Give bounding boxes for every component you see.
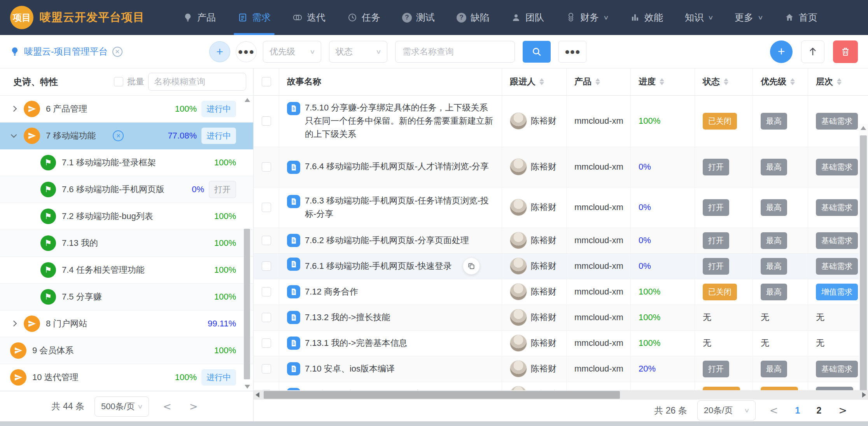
status-select[interactable]: 状态 ∨ xyxy=(329,41,387,63)
scroll-left-icon[interactable] xyxy=(256,392,259,398)
add-filter-button[interactable]: + xyxy=(209,41,230,62)
row-checkbox[interactable] xyxy=(262,338,271,348)
epic-search-input[interactable] xyxy=(148,73,246,91)
select-all-checkbox[interactable] xyxy=(262,77,271,86)
table-row[interactable]: 7.10 安卓、ios版本编译 陈裕财 mmcloud-xm 20% 打开 最高… xyxy=(254,356,868,382)
tree-item-epic-8[interactable]: 8 门户网站 99.11% xyxy=(0,310,253,337)
table-row[interactable]: 7.6.2 移动端功能-手机网页版-分享页面处理 陈裕财 mmcloud-xm … xyxy=(254,228,868,254)
sort-icon[interactable] xyxy=(724,78,728,85)
scrollbar-thumb[interactable] xyxy=(264,391,620,399)
nav-item-home[interactable]: 首页 xyxy=(774,0,828,35)
table-row[interactable]: 7.9 通讯录选人时，不显示用户编号，只显示用 陈裕财 xyxy=(254,382,868,390)
nav-item-tasks[interactable]: 任务 xyxy=(336,0,391,35)
row-checkbox[interactable] xyxy=(262,236,271,245)
row-checkbox[interactable] xyxy=(262,313,271,322)
scroll-down-icon[interactable] xyxy=(245,385,250,389)
nav-item-test[interactable]: ? 测试 xyxy=(391,0,446,35)
nav-item-iteration[interactable]: 迭代 xyxy=(282,0,336,35)
prev-page-button[interactable]: < xyxy=(766,405,782,416)
scrollbar-thumb[interactable] xyxy=(860,135,867,390)
table-row[interactable]: 7.6.4 移动端功能-手机网页版-人才详情浏览-分享 陈裕财 mmcloud-… xyxy=(254,147,868,188)
row-checkbox[interactable] xyxy=(262,261,271,271)
page-size-select[interactable]: 20条/页 ∨ xyxy=(697,400,756,421)
tree-item-epic-6[interactable]: 6 产品管理 100% 进行中 xyxy=(0,96,253,123)
prev-page-button[interactable]: < xyxy=(159,401,175,412)
more-options-button[interactable]: ●●● xyxy=(236,41,257,62)
row-checkbox[interactable] xyxy=(262,203,271,212)
copy-icon[interactable] xyxy=(463,258,480,275)
nav-item-defects[interactable]: ? 缺陷 xyxy=(446,0,500,35)
sort-icon[interactable] xyxy=(660,78,664,85)
row-checkbox[interactable] xyxy=(262,162,271,172)
clear-filter-icon[interactable]: ✕ xyxy=(113,130,124,141)
tree-item-feature-7-1[interactable]: ⚑ 7.1 移动端功能-登录框架 100% xyxy=(0,149,253,176)
delete-button[interactable] xyxy=(833,40,858,63)
add-story-button[interactable]: + xyxy=(770,40,793,63)
table-vertical-scrollbar[interactable] xyxy=(859,124,868,390)
close-icon[interactable]: ✕ xyxy=(112,47,122,57)
story-title[interactable]: 7.12 商务合作 xyxy=(305,285,358,298)
story-title[interactable]: 7.13.2 我的->擅长技能 xyxy=(305,311,390,324)
nav-item-more[interactable]: 更多 ∨ xyxy=(724,0,774,35)
next-page-button[interactable]: > xyxy=(835,405,851,416)
chevron-down-icon[interactable] xyxy=(11,132,17,138)
batch-checkbox[interactable] xyxy=(114,77,123,86)
nav-item-performance[interactable]: 效能 xyxy=(619,0,674,35)
breadcrumb-label[interactable]: 唛盟云-项目管理平台 xyxy=(24,46,108,58)
search-button[interactable] xyxy=(523,41,551,63)
tree-scrollbar[interactable] xyxy=(243,96,251,390)
nav-item-team[interactable]: 团队 xyxy=(500,0,555,35)
row-checkbox[interactable] xyxy=(262,287,271,296)
story-title[interactable]: 7.10 安卓、ios版本编译 xyxy=(305,362,395,375)
nav-item-finance[interactable]: 财务 ∨ xyxy=(555,0,619,35)
story-title[interactable]: 7.6.4 移动端功能-手机网页版-人才详情浏览-分享 xyxy=(305,160,489,173)
export-button[interactable] xyxy=(801,40,824,63)
col-owner[interactable]: 跟进人 xyxy=(502,68,567,95)
next-page-button[interactable]: > xyxy=(186,401,202,412)
tree-item-feature-7-2[interactable]: ⚑ 7.2 移动端功能-bug列表 100% xyxy=(0,203,253,230)
col-priority[interactable]: 优先级 xyxy=(753,68,808,95)
col-status[interactable]: 状态 xyxy=(695,68,753,95)
story-title[interactable]: 7.6.1 移动端功能-手机网页版-快速登录 xyxy=(305,259,452,273)
tree-item-epic-7[interactable]: 7 移动端功能 ✕ 77.08% 进行中 xyxy=(0,123,253,149)
tree-item-feature-7-4[interactable]: ⚑ 7.4 任务相关管理功能 100% xyxy=(0,257,253,284)
page-1-button[interactable]: 1 xyxy=(792,405,803,416)
tree-item-feature-7-6[interactable]: ⚑ 7.6 移动端功能-手机网页版 0% 打开 xyxy=(0,176,253,203)
scrollbar-thumb[interactable] xyxy=(244,229,250,379)
tree-item-feature-7-5[interactable]: ⚑ 7.5 分享赚 100% xyxy=(0,284,253,310)
page-size-select[interactable]: 500条/页 ∨ xyxy=(94,396,149,417)
chevron-right-icon[interactable] xyxy=(11,321,17,327)
page-2-button[interactable]: 2 xyxy=(813,405,824,416)
sort-icon[interactable] xyxy=(539,78,544,85)
col-product[interactable]: 产品 xyxy=(567,68,631,95)
story-title[interactable]: 7.5.10 分享赚-分享绑定具体的任务，上下级关系只在同一个任务中保留。新的任… xyxy=(305,101,495,141)
story-search-input[interactable] xyxy=(395,41,515,63)
table-row[interactable]: 7.13.1 我的->完善基本信息 陈裕财 mmcloud-xm 100% 无 … xyxy=(254,331,868,356)
table-row[interactable]: 7.12 商务合作 陈裕财 mmcloud-xm 100% 已关闭 最高 增值需… xyxy=(254,279,868,305)
nav-item-stories[interactable]: 需求 xyxy=(227,0,282,35)
story-title[interactable]: 7.6.2 移动端功能-手机网页版-分享页面处理 xyxy=(305,234,469,247)
nav-item-product[interactable]: 产品 xyxy=(172,0,227,35)
sort-icon[interactable] xyxy=(790,78,795,85)
tree-item-epic-10[interactable]: 10 迭代管理 100% 进行中 xyxy=(0,364,253,391)
table-row[interactable]: 7.13.2 我的->擅长技能 陈裕财 mmcloud-xm 100% 无 无 … xyxy=(254,305,868,331)
col-progress[interactable]: 进度 xyxy=(631,68,695,95)
table-row[interactable]: 7.6.1 移动端功能-手机网页版-快速登录 陈裕财 mmcloud-xm 0%… xyxy=(254,254,868,279)
sort-icon[interactable] xyxy=(837,78,842,85)
sort-icon[interactable] xyxy=(595,78,600,85)
table-row[interactable]: 7.5.10 分享赚-分享绑定具体的任务，上下级关系只在同一个任务中保留。新的任… xyxy=(254,96,868,147)
row-checkbox[interactable] xyxy=(262,364,271,373)
nav-item-knowledge[interactable]: 知识 ∨ xyxy=(674,0,724,35)
story-title[interactable]: 7.6.3 移动端功能-手机网页版-任务详情页浏览-投标-分享 xyxy=(305,194,495,221)
tree-item-feature-7-13[interactable]: ⚑ 7.13 我的 100% xyxy=(0,230,253,257)
scroll-right-icon[interactable] xyxy=(862,392,866,398)
table-more-button[interactable]: ●●● xyxy=(558,41,586,63)
row-checkbox[interactable] xyxy=(262,116,271,126)
priority-select[interactable]: 优先级 ∨ xyxy=(263,41,321,63)
scroll-up-icon[interactable] xyxy=(861,126,866,130)
story-title[interactable]: 7.13.1 我的->完善基本信息 xyxy=(305,337,407,350)
tree-item-epic-9[interactable]: 9 会员体系 100% xyxy=(0,337,253,364)
scroll-up-icon[interactable] xyxy=(245,98,250,102)
table-row[interactable]: 7.6.3 移动端功能-手机网页版-任务详情页浏览-投标-分享 陈裕财 mmcl… xyxy=(254,188,868,228)
table-horizontal-scrollbar[interactable] xyxy=(254,390,868,400)
